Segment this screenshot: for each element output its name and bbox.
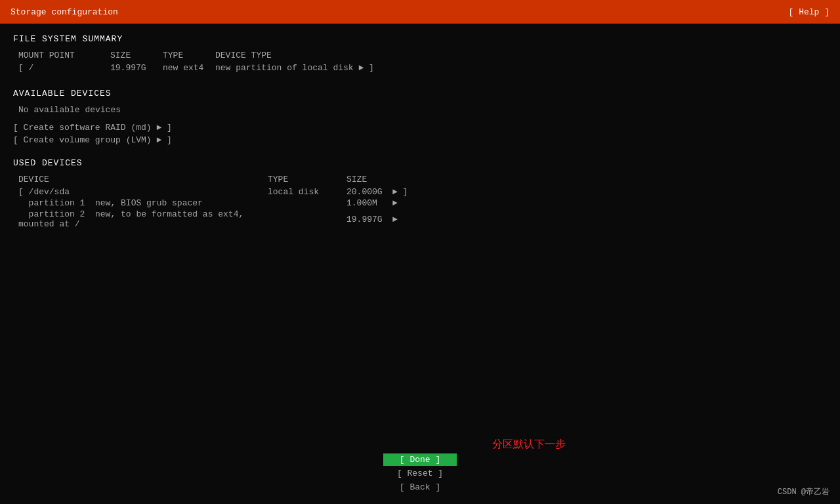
sda-size: 20.000G	[346, 187, 392, 197]
fs-row-mount: [ /	[18, 63, 110, 73]
fs-col-headers: MOUNT POINT SIZE TYPE DEVICE TYPE	[18, 51, 827, 60]
main-content: FILE SYSTEM SUMMARY MOUNT POINT SIZE TYP…	[0, 24, 840, 253]
page-title: Storage configuration	[10, 7, 118, 17]
used-devices-table: DEVICE TYPE SIZE [ /dev/sda local disk 2…	[18, 175, 827, 229]
back-button[interactable]: [ Back ]	[383, 481, 457, 494]
col-device-type-header: DEVICE TYPE	[215, 51, 478, 60]
used-row-partition1[interactable]: partition 1 new, BIOS grub spacer 1.000M…	[18, 198, 827, 208]
sda-type: local disk	[268, 187, 346, 197]
fs-row-root[interactable]: [ / 19.997G new ext4 new partition of lo…	[18, 63, 827, 73]
fs-summary-header: FILE SYSTEM SUMMARY	[13, 34, 827, 44]
col-mount-header: MOUNT POINT	[18, 51, 110, 60]
partition1-size: 1.000M	[346, 198, 392, 208]
available-devices-header: AVAILABLE DEVICES	[13, 89, 827, 98]
fs-row-size: 19.997G	[110, 63, 163, 73]
sda-device: [ /dev/sda	[18, 187, 268, 197]
help-button[interactable]: [ Help ]	[789, 7, 830, 17]
partition2-arrow-icon: ►	[392, 215, 398, 224]
partition2-device: partition 2 new, to be formatted as ext4…	[18, 209, 268, 229]
chinese-note: 分区默认下一步	[492, 438, 566, 452]
col-device-header: DEVICE	[18, 175, 268, 184]
fs-row-device-type: new partition of local disk ► ]	[215, 63, 478, 73]
create-volume-group-button[interactable]: [ Create volume group (LVM) ► ]	[13, 135, 827, 145]
col-size-header: SIZE	[110, 51, 163, 60]
col-size-header2: SIZE	[346, 175, 399, 184]
fs-summary-table: MOUNT POINT SIZE TYPE DEVICE TYPE [ / 19…	[18, 51, 827, 73]
fs-row-type: new ext4	[163, 63, 215, 73]
create-software-raid-button[interactable]: [ Create software RAID (md) ► ]	[13, 123, 827, 133]
done-button[interactable]: [ Done ]	[383, 453, 457, 466]
title-bar: Storage configuration [ Help ]	[0, 0, 840, 24]
used-row-sda[interactable]: [ /dev/sda local disk 20.000G ► ]	[18, 187, 827, 197]
used-devices-section: USED DEVICES DEVICE TYPE SIZE [ /dev/sda…	[13, 158, 827, 229]
watermark: CSDN @帝乙岩	[778, 486, 830, 497]
col-type-header: TYPE	[163, 51, 215, 60]
col-type-header2: TYPE	[268, 175, 346, 184]
partition2-size: 19.997G	[346, 215, 392, 224]
no-devices-text: No available devices	[18, 105, 827, 115]
sda-arrow-icon: ► ]	[392, 187, 408, 197]
partition1-arrow-icon: ►	[392, 198, 398, 208]
available-devices-section: AVAILABLE DEVICES No available devices […	[13, 89, 827, 145]
used-row-partition2[interactable]: partition 2 new, to be formatted as ext4…	[18, 209, 827, 229]
used-devices-header: USED DEVICES	[13, 158, 827, 168]
partition1-device: partition 1 new, BIOS grub spacer	[18, 198, 268, 208]
reset-button[interactable]: [ Reset ]	[383, 467, 457, 480]
buttons-area: [ Done ] [ Reset ] [ Back ]	[383, 453, 457, 494]
used-col-headers: DEVICE TYPE SIZE	[18, 175, 827, 184]
